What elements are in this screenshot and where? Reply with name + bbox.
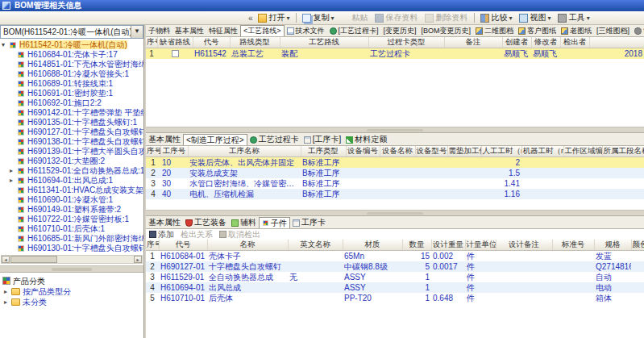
col-en-name[interactable]: 英文名称 bbox=[288, 240, 343, 251]
col-op-type[interactable]: 工序类型 bbox=[301, 146, 346, 157]
col-op-no[interactable]: 工序号 bbox=[160, 146, 188, 157]
scrollbar-thumb[interactable] bbox=[10, 256, 57, 263]
tree-item[interactable]: H690139-01:十字槽大半圆头自攻螺钉:1 bbox=[0, 147, 143, 156]
tab-operation-card[interactable]: [工序卡] bbox=[301, 134, 344, 145]
table-row[interactable]: 5 H610710-01 后壳体 PP-T20 1 0.648 件 箱体 bbox=[146, 293, 644, 303]
tab-2d-drawings[interactable]: 二维图档 bbox=[473, 25, 516, 36]
table-row[interactable]: 2 H690127-01 十字槽盘头自攻螺钉 中碳钢8.8级 5 0.0017 … bbox=[146, 261, 644, 272]
tree-item[interactable]: H690130-01:十字槽盘头自攻螺钉:2 bbox=[0, 244, 143, 253]
chevrons-collapse-icon[interactable] bbox=[248, 14, 253, 23]
tree-item[interactable]: H610691-01:密封胶垫:1 bbox=[0, 89, 143, 98]
tree-item[interactable]: H610688-01:冷凝水管接头:1 bbox=[0, 69, 143, 79]
table-row[interactable]: 2 20 安装总成支架 B标准工序 1.5 bbox=[146, 168, 644, 178]
tab-basic-props[interactable]: 基本属性 bbox=[172, 25, 206, 36]
expand-icon[interactable] bbox=[4, 286, 7, 297]
col-qty[interactable]: 数量 bbox=[402, 240, 431, 251]
col-weight[interactable]: 设计重量 bbox=[431, 240, 465, 251]
col-labor-time[interactable]: 人工工时（min） bbox=[481, 146, 521, 157]
expand-icon[interactable] bbox=[10, 166, 13, 176]
tree-item[interactable]: H610694-01:出风总成:1 bbox=[0, 176, 143, 186]
view-button[interactable]: 视图 bbox=[516, 12, 555, 24]
tree-item[interactable]: H690138-01:十字槽盘头自攻螺钉:4 bbox=[0, 137, 143, 147]
col-device-name[interactable]: 设备名称 bbox=[380, 146, 415, 157]
col-card-type[interactable]: 过程卡类型 bbox=[368, 37, 444, 48]
tab-auxiliary-material[interactable]: 辅料 bbox=[229, 217, 259, 228]
bom-selector[interactable]: BOM(H611542-01:冷暖一体机(自动)) bbox=[0, 25, 143, 39]
tab-process-route[interactable]: <工艺路线> bbox=[240, 25, 285, 37]
add-button[interactable]: 添加 bbox=[149, 229, 174, 240]
category-item[interactable]: 按产品类型分 bbox=[0, 286, 143, 297]
tab-feature-props[interactable]: 特征属性 bbox=[206, 25, 240, 36]
col-note[interactable]: 备注 bbox=[444, 37, 502, 48]
tree-item[interactable]: H690135-01:十字槽盘头螺钉:1 bbox=[0, 118, 143, 127]
tree-item[interactable]: H611529-01:全自动换热器总成:1 bbox=[0, 166, 143, 176]
expand-icon[interactable] bbox=[4, 297, 7, 307]
save-button[interactable]: 保存资料 bbox=[372, 12, 422, 24]
tab-manufacturing-process[interactable]: <制造工序过程> bbox=[183, 134, 247, 146]
tab-process-card[interactable]: [工艺过程卡] bbox=[327, 25, 381, 36]
col-code[interactable]: 代号 bbox=[159, 240, 207, 251]
col-machine-time[interactable]: 机器工时（min） bbox=[521, 146, 563, 157]
dropdown-arrow-icon[interactable] bbox=[131, 26, 143, 38]
tab-customer-drawings[interactable]: 客户图纸 bbox=[516, 25, 559, 36]
tab-basic-props[interactable]: 基本属性 bbox=[146, 217, 183, 228]
col-color[interactable]: 颜色 bbox=[631, 240, 644, 251]
tree-item[interactable]: H610685-01:新风门外部密封海绵:1 bbox=[0, 234, 143, 244]
col-seq[interactable]: 序号 bbox=[146, 37, 157, 48]
tab-bom-change-history[interactable]: [BOM变更历史] bbox=[419, 25, 474, 36]
checkbox[interactable] bbox=[172, 50, 179, 57]
scroll-left-icon[interactable] bbox=[2, 256, 10, 263]
tab-process-equipment[interactable]: 工艺装备 bbox=[183, 217, 229, 228]
tree-item[interactable]: H610684-01:壳体卡子:17 bbox=[0, 50, 143, 60]
tree-item[interactable]: H690149-01:塑料系箍带:2 bbox=[0, 205, 143, 215]
col-outsourced[interactable]: 需垫加工件… bbox=[447, 146, 481, 157]
col-route-type[interactable]: 路线类型 bbox=[230, 37, 280, 48]
table-row[interactable]: 1 H611542 总装工艺 装配 工艺过程卡 易顺飞 易顺飞 2018 bbox=[146, 48, 644, 60]
col-design-note[interactable]: 设计备注 bbox=[496, 240, 552, 251]
tree-item[interactable]: H610690-01:冷凝水管:1 bbox=[0, 195, 143, 205]
col-creator[interactable]: 创建者 bbox=[502, 37, 531, 48]
panel-splitter[interactable] bbox=[146, 127, 644, 133]
tree-item[interactable]: H614851-01:下壳体水管密封海绵:1 bbox=[0, 60, 143, 69]
table-row[interactable]: 3 H611529-01 全自动换热器总成 无 ASSY 1 件 自动 bbox=[146, 272, 644, 282]
col-work-zone[interactable]: 工作区域编号 bbox=[563, 146, 602, 157]
compare-button[interactable]: 比较 bbox=[477, 12, 516, 24]
col-material[interactable]: 材质 bbox=[343, 240, 402, 251]
table-row[interactable]: 1 H610684-01 壳体卡子 65Mn 15 0.002 件 发蓝 bbox=[146, 251, 644, 262]
col-standard-no[interactable]: 标准号 bbox=[552, 240, 594, 251]
delete-button[interactable]: 删除资料 bbox=[422, 12, 472, 24]
tab-basic-props[interactable]: 基本属性 bbox=[146, 134, 183, 145]
col-seq[interactable]: 序号 bbox=[146, 146, 160, 157]
tree-item[interactable]: H690127-01:十字槽盘头自攻螺钉:3 bbox=[0, 127, 143, 137]
col-unit[interactable]: 计量单位 bbox=[465, 240, 496, 251]
scroll-right-icon[interactable] bbox=[134, 256, 142, 263]
table-row[interactable]: 3 30 水管口密封海绵、冷媒管密… B标准工序 1.41 bbox=[146, 178, 644, 189]
tree-item[interactable]: H610722-01:冷媒管密封板:1 bbox=[0, 215, 143, 224]
col-device-model[interactable]: 设备型号 bbox=[415, 146, 447, 157]
tab-sketch[interactable]: 简图 bbox=[632, 25, 644, 36]
tab-tech-docs[interactable]: 技术文件 bbox=[285, 25, 327, 36]
col-op-name[interactable]: 工序名称 bbox=[188, 146, 301, 157]
col-extra[interactable] bbox=[589, 37, 644, 48]
col-name[interactable]: 名称 bbox=[207, 240, 288, 251]
tree-item[interactable]: H690132-01:大垫圈:2 bbox=[0, 156, 143, 166]
category-item[interactable]: 未分类 bbox=[0, 297, 143, 307]
tools-button[interactable]: 工具 bbox=[555, 12, 593, 24]
tab-child-parts[interactable]: 子件 bbox=[259, 217, 290, 229]
tree-horizontal-scrollbar[interactable] bbox=[1, 255, 143, 264]
tab-old-drawings[interactable]: 老图纸 bbox=[559, 25, 594, 36]
undo-checkout-button[interactable]: 取消检出 bbox=[219, 229, 260, 240]
col-route[interactable]: 工艺路线 bbox=[280, 37, 368, 48]
tab-3d-drawings[interactable]: [三维图档] bbox=[594, 25, 632, 36]
tree-item[interactable]: H690142-01:十字槽带弹垫 平垫组合式六角头 bbox=[0, 108, 143, 118]
panel-splitter[interactable] bbox=[146, 210, 644, 216]
table-row[interactable]: 1 10 安装后壳体、出风壳体并固定 B标准工序 2 bbox=[146, 157, 644, 169]
col-seq[interactable]: 序号 bbox=[146, 240, 159, 251]
checkout-relation-button[interactable]: 检出关系 bbox=[181, 229, 213, 240]
paste-button[interactable]: 粘贴 bbox=[338, 12, 372, 24]
col-section-name[interactable]: 所属工段名称 bbox=[602, 146, 644, 157]
col-default-route[interactable]: 缺省路线 bbox=[157, 37, 193, 48]
tab-operation-card[interactable]: 工序卡 bbox=[290, 217, 328, 228]
tree-item[interactable]: H610710-01:后壳体:1 bbox=[0, 224, 143, 234]
sidebar-splitter[interactable] bbox=[0, 265, 143, 273]
